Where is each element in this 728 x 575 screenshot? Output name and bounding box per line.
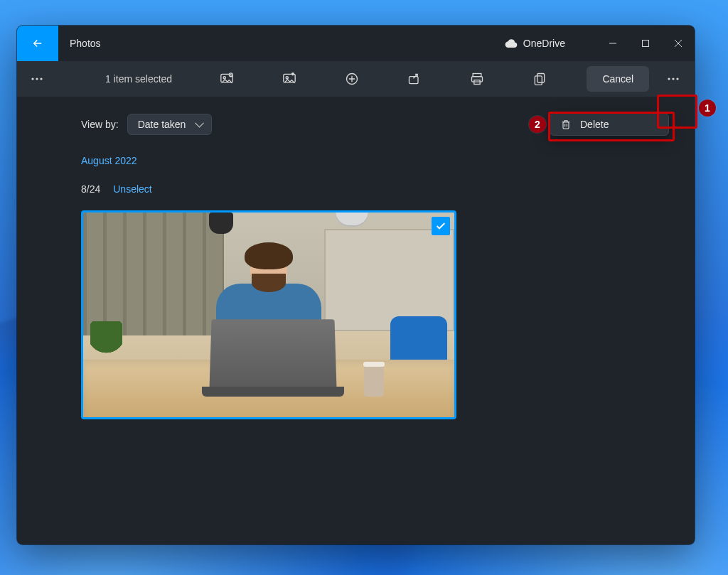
minimize-button[interactable]	[596, 26, 629, 61]
photos-app-window: Photos OneDrive 1 item selected	[17, 26, 695, 544]
svg-rect-1	[643, 41, 649, 47]
content-area: View by: Date taken August 2022 8/24 Uns…	[17, 97, 695, 544]
photo-preview	[83, 213, 454, 417]
onedrive-button[interactable]: OneDrive	[505, 38, 565, 49]
svg-rect-0	[609, 43, 616, 44]
onedrive-label: OneDrive	[523, 38, 565, 49]
print-button[interactable]	[458, 65, 496, 93]
selection-count-label: 1 item selected	[105, 73, 172, 85]
svg-point-9	[286, 77, 288, 79]
selection-check-icon[interactable]	[432, 217, 450, 235]
month-header[interactable]: August 2022	[81, 155, 631, 166]
trash-icon	[560, 119, 572, 130]
back-button[interactable]	[17, 26, 58, 61]
annotation-badge-1: 1	[699, 100, 716, 117]
svg-rect-16	[535, 76, 542, 85]
viewby-value: Date taken	[138, 119, 186, 130]
more-options-button[interactable]	[658, 65, 689, 93]
date-row: 8/24 Unselect	[81, 183, 631, 195]
svg-point-6	[223, 77, 225, 79]
app-title: Photos	[70, 38, 101, 49]
svg-rect-20	[563, 122, 569, 129]
delete-menu-label: Delete	[580, 119, 609, 130]
add-to-album-button[interactable]	[208, 65, 246, 93]
svg-point-18	[672, 77, 674, 80]
svg-point-19	[676, 77, 678, 80]
unselect-link[interactable]: Unselect	[113, 183, 151, 195]
cloud-icon	[505, 39, 518, 48]
copy-button[interactable]	[520, 65, 559, 93]
share-button[interactable]	[395, 65, 434, 93]
titlebar: Photos OneDrive	[17, 26, 695, 61]
cancel-button[interactable]: Cancel	[587, 66, 649, 92]
selection-toolbar: 1 item selected Cancel	[17, 61, 695, 97]
svg-point-3	[36, 77, 38, 80]
date-label: 8/24	[81, 183, 100, 195]
maximize-button[interactable]	[629, 26, 662, 61]
svg-rect-13	[472, 77, 483, 82]
annotation-badge-2: 2	[529, 116, 546, 133]
viewby-dropdown[interactable]: Date taken	[127, 114, 213, 135]
close-button[interactable]	[662, 26, 695, 61]
delete-menu-item[interactable]: Delete	[550, 113, 669, 136]
more-left-button[interactable]	[23, 65, 51, 93]
add-to-button[interactable]	[333, 65, 371, 93]
svg-point-2	[31, 77, 33, 80]
svg-point-17	[668, 77, 670, 80]
viewby-label: View by:	[81, 119, 119, 130]
photo-thumbnail[interactable]	[81, 210, 456, 419]
viewby-row: View by: Date taken	[81, 114, 631, 135]
add-to-favorites-button[interactable]	[270, 65, 309, 93]
svg-rect-15	[537, 74, 545, 83]
svg-point-4	[40, 77, 42, 80]
